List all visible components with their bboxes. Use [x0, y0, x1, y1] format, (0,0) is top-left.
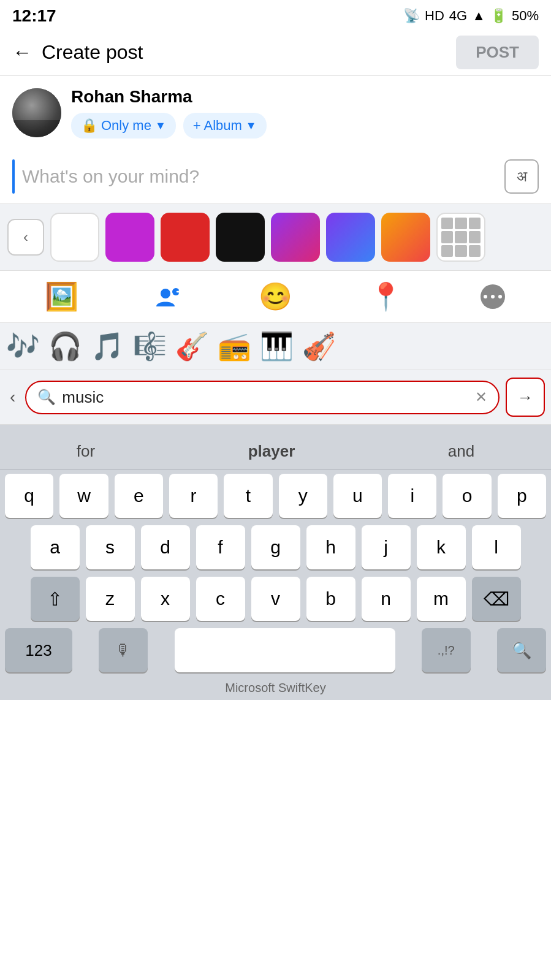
search-go-button[interactable]: →	[506, 378, 545, 417]
battery-label: 50%	[512, 8, 539, 24]
album-button[interactable]: + Album ▼	[183, 113, 267, 139]
feeling-activity-button[interactable]: 😊	[259, 281, 292, 313]
photo-video-button[interactable]: 🖼️	[45, 281, 78, 313]
signal-icon: ▲	[472, 8, 485, 24]
battery-icon: 🔋	[490, 8, 507, 24]
hindi-keyboard-icon: अ	[517, 168, 527, 185]
punctuation-key[interactable]: .,!?	[422, 628, 471, 672]
key-e[interactable]: e	[115, 474, 163, 518]
search-box: 🔍 ✕	[25, 381, 500, 414]
keyboard-toggle-button[interactable]: अ	[504, 159, 539, 194]
action-bar: 🖼️ 😊 📍	[0, 271, 551, 323]
suggestion-for[interactable]: for	[64, 439, 107, 463]
page-title: Create post	[42, 41, 143, 64]
sticker-sheet[interactable]: 🎼	[133, 330, 167, 362]
post-input-area: What's on your mind? अ	[0, 150, 551, 204]
word-suggestions: for player and	[0, 433, 551, 470]
key-b[interactable]: b	[306, 577, 355, 621]
key-x[interactable]: x	[141, 577, 190, 621]
post-button[interactable]: POST	[456, 36, 539, 69]
sticker-radio[interactable]: 📻	[218, 330, 251, 362]
search-back-button[interactable]: ‹	[6, 384, 19, 411]
bg-swatch-purple[interactable]	[105, 213, 154, 262]
sticker-notes[interactable]: 🎶	[6, 330, 40, 362]
avatar	[12, 88, 61, 137]
sticker-headphones[interactable]: 🎧	[48, 330, 82, 362]
key-r[interactable]: r	[169, 474, 218, 518]
bg-swatch-grid[interactable]	[436, 213, 485, 262]
post-placeholder[interactable]: What's on your mind?	[22, 159, 497, 194]
key-w[interactable]: w	[59, 474, 108, 518]
key-row-2: a s d f g h j k l	[0, 522, 551, 573]
key-v[interactable]: v	[251, 577, 300, 621]
swiftkey-label: Microsoft SwiftKey	[225, 681, 325, 694]
suggestion-player[interactable]: player	[236, 439, 308, 463]
svg-point-5	[498, 295, 502, 298]
sticker-piano[interactable]: 🎹	[260, 330, 294, 362]
network-label: 4G	[449, 8, 467, 24]
key-123[interactable]: 123	[5, 628, 72, 672]
microphone-key[interactable]: 🎙	[99, 628, 148, 672]
key-o[interactable]: o	[443, 474, 491, 518]
bg-swatch-gradient1[interactable]	[271, 213, 320, 262]
search-input[interactable]	[62, 388, 469, 407]
search-area: ‹ 🔍 ✕ →	[0, 370, 551, 425]
key-row-4: 123 🎙 .,!? 🔍	[0, 625, 551, 676]
status-icons: 📡 HD 4G ▲ 🔋 50%	[403, 8, 539, 24]
key-d[interactable]: d	[141, 525, 190, 569]
bg-swatch-black[interactable]	[216, 213, 265, 262]
backspace-key[interactable]: ⌫	[472, 577, 521, 621]
suggestion-and[interactable]: and	[436, 439, 487, 463]
privacy-button[interactable]: 🔒 Only me ▼	[71, 113, 176, 139]
key-row-3: ⇧ z x c v b n m ⌫	[0, 573, 551, 625]
key-j[interactable]: j	[362, 525, 411, 569]
key-s[interactable]: s	[86, 525, 135, 569]
status-time: 12:17	[12, 6, 56, 26]
key-n[interactable]: n	[362, 577, 411, 621]
check-in-button[interactable]: 📍	[369, 281, 403, 313]
key-i[interactable]: i	[388, 474, 436, 518]
user-info: Rohan Sharma 🔒 Only me ▼ + Album ▼	[71, 87, 267, 139]
key-f[interactable]: f	[196, 525, 245, 569]
key-g[interactable]: g	[251, 525, 300, 569]
chevron-down-icon-album: ▼	[246, 120, 257, 132]
bg-swatch-red[interactable]	[161, 213, 210, 262]
bg-swatch-gradient2[interactable]	[326, 213, 375, 262]
key-h[interactable]: h	[306, 525, 355, 569]
more-options-button[interactable]	[479, 283, 506, 310]
chevron-down-icon: ▼	[155, 120, 166, 132]
back-button[interactable]: ←	[12, 41, 32, 64]
key-y[interactable]: y	[279, 474, 327, 518]
key-q[interactable]: q	[5, 474, 53, 518]
key-u[interactable]: u	[333, 474, 382, 518]
key-l[interactable]: l	[472, 525, 521, 569]
key-p[interactable]: p	[498, 474, 546, 518]
status-bar: 12:17 📡 HD 4G ▲ 🔋 50%	[0, 0, 551, 29]
svg-point-4	[491, 295, 495, 298]
key-k[interactable]: k	[417, 525, 466, 569]
cast-icon: 📡	[403, 8, 420, 24]
key-m[interactable]: m	[417, 577, 466, 621]
search-keyboard-key[interactable]: 🔍	[497, 628, 546, 672]
shift-key[interactable]: ⇧	[31, 577, 80, 621]
user-section: Rohan Sharma 🔒 Only me ▼ + Album ▼	[0, 76, 551, 150]
privacy-label: Only me	[101, 118, 151, 134]
tag-people-button[interactable]	[155, 283, 182, 310]
header: ← Create post POST	[0, 29, 551, 76]
key-row-1: q w e r t y u i o p	[0, 470, 551, 522]
album-label: + Album	[193, 118, 242, 134]
sticker-guitar[interactable]: 🎸	[175, 330, 209, 362]
search-clear-button[interactable]: ✕	[475, 389, 487, 406]
keyboard: for player and q w e r t y u i o p a s d…	[0, 425, 551, 700]
bg-swatch-white[interactable]	[50, 213, 99, 262]
key-c[interactable]: c	[196, 577, 245, 621]
sticker-violin[interactable]: 🎻	[302, 330, 336, 362]
bg-swatch-gradient3[interactable]	[381, 213, 430, 262]
key-z[interactable]: z	[86, 577, 135, 621]
space-key[interactable]	[175, 628, 395, 672]
lock-icon: 🔒	[81, 118, 97, 134]
bg-back-button[interactable]: ‹	[7, 219, 44, 256]
key-t[interactable]: t	[224, 474, 272, 518]
sticker-note[interactable]: 🎵	[91, 330, 124, 362]
key-a[interactable]: a	[31, 525, 80, 569]
